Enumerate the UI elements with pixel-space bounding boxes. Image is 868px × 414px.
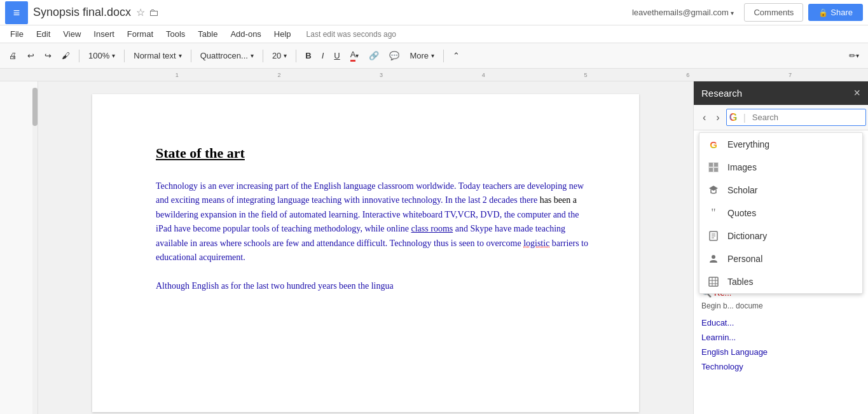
text-color-label: A — [350, 50, 356, 62]
dropdown-item-tables[interactable]: Tables — [699, 270, 862, 293]
google-g-icon: G — [707, 138, 720, 151]
text-color-arrow: ▾ — [355, 52, 359, 59]
size-dropdown[interactable]: 20 ▾ — [268, 48, 291, 63]
share-button[interactable]: 🔒 Share — [808, 4, 863, 21]
scholar-icon — [707, 184, 720, 197]
ruler: 1 2 3 4 5 6 7 — [0, 69, 868, 81]
research-dropdown: G Everything Images Scholar " Quotes — [699, 132, 863, 294]
menu-file[interactable]: File — [5, 28, 29, 40]
menu-edit[interactable]: Edit — [31, 28, 55, 40]
comments-button[interactable]: Comments — [744, 3, 803, 22]
style-dropdown[interactable]: Normal text ▾ — [130, 48, 185, 63]
doc-title[interactable]: Synopsis final.docx — [33, 6, 131, 19]
menu-insert[interactable]: Insert — [88, 28, 120, 40]
folder-icon[interactable]: 🗀 — [149, 7, 159, 18]
toolbar-sep-6 — [443, 50, 444, 62]
doc-area[interactable]: State of the art Technology is an ever i… — [38, 81, 693, 414]
print-button[interactable]: 🖨 — [5, 48, 21, 63]
doc-page: State of the art Technology is an ever i… — [92, 94, 639, 412]
doc-body: Technology is an ever increasing part of… — [156, 179, 588, 293]
research-content: 🔍 Re... Begin b... docume Educat... Lear… — [694, 283, 868, 382]
research-nav-forward[interactable]: › — [712, 111, 723, 125]
toolbar-sep-1 — [79, 50, 79, 62]
redo-icon: ↪ — [45, 51, 52, 60]
pencil-icon: ✏ — [849, 51, 856, 60]
research-link-educat[interactable]: Educat... — [701, 318, 860, 328]
dropdown-item-dictionary[interactable]: Dictionary — [699, 224, 862, 247]
redo-button[interactable]: ↪ — [41, 48, 55, 63]
dropdown-item-scholar[interactable]: Scholar — [699, 179, 862, 202]
research-panel: Research × ‹ › G | G Everything Image — [693, 81, 868, 414]
comment-icon: 💬 — [389, 51, 399, 60]
lock-icon: 🔒 — [818, 8, 828, 17]
doc-paragraph-1: Technology is an ever increasing part of… — [156, 179, 588, 265]
top-right-actions: leavethemails@gmail.com ▾ Comments 🔒 Sha… — [632, 3, 863, 22]
undo-icon: ↩ — [27, 51, 34, 60]
collapse-icon: ⌃ — [453, 51, 460, 60]
research-header: Research × — [694, 81, 868, 105]
doc-title-area: Synopsis final.docx ☆ 🗀 — [33, 6, 632, 19]
main-layout: State of the art Technology is an ever i… — [0, 81, 868, 414]
last-edit-status: Last edit was seconds ago — [307, 30, 396, 39]
link-icon: 🔗 — [369, 51, 379, 60]
menu-view[interactable]: View — [58, 28, 86, 40]
comment-button[interactable]: 💬 — [385, 48, 403, 63]
paint-format-icon: 🖌 — [62, 51, 70, 60]
research-begin-text: Begin b... docume — [701, 301, 860, 310]
quotes-icon: " — [707, 207, 720, 219]
toolbar-sep-3 — [191, 50, 191, 62]
research-search-input[interactable] — [748, 111, 863, 124]
more-dropdown[interactable]: More ▾ — [406, 48, 438, 63]
svg-rect-3 — [709, 168, 713, 172]
svg-rect-11 — [709, 277, 718, 286]
zoom-dropdown[interactable]: 100% ▾ — [85, 48, 119, 63]
bold-button[interactable]: B — [301, 48, 315, 63]
pencil-arrow: ▾ — [856, 52, 859, 59]
google-logo: G — [729, 112, 737, 123]
menu-format[interactable]: Format — [122, 28, 158, 40]
research-link-learnin[interactable]: Learnin... — [701, 333, 860, 342]
doc-paragraph-2: Although English as for the last two hun… — [156, 279, 588, 293]
sidebar-left — [0, 81, 38, 414]
research-close-button[interactable]: × — [853, 86, 860, 100]
star-icon[interactable]: ☆ — [136, 6, 145, 18]
dropdown-item-quotes[interactable]: " Quotes — [699, 202, 862, 224]
user-email: leavethemails@gmail.com ▾ — [632, 8, 734, 17]
collapse-toolbar-button[interactable]: ⌃ — [449, 48, 464, 63]
dropdown-item-everything[interactable]: G Everything — [699, 133, 862, 156]
dropdown-item-images[interactable]: Images — [699, 156, 862, 179]
toolbar: 🖨 ↩ ↪ 🖌 100% ▾ Normal text ▾ Quattrocen.… — [0, 43, 868, 69]
svg-marker-5 — [709, 186, 718, 191]
research-nav-back[interactable]: ‹ — [699, 111, 710, 125]
research-link-english[interactable]: English Language — [701, 347, 860, 357]
svg-point-10 — [712, 255, 715, 259]
svg-rect-1 — [709, 163, 713, 167]
font-dropdown[interactable]: Quattrocen... ▾ — [196, 48, 258, 63]
paint-format-button[interactable]: 🖌 — [58, 48, 74, 63]
svg-rect-2 — [714, 163, 718, 167]
text-color-button[interactable]: A ▾ — [347, 47, 363, 64]
dropdown-item-personal[interactable]: Personal — [699, 247, 862, 270]
research-link-technology[interactable]: Technology — [701, 362, 860, 371]
research-title: Research — [701, 88, 742, 99]
underline-button[interactable]: U — [330, 48, 343, 63]
menu-addons[interactable]: Add-ons — [225, 28, 266, 40]
toolbar-sep-5 — [296, 50, 296, 62]
menu-table[interactable]: Table — [193, 28, 223, 40]
app-menu-button[interactable]: ≡ — [5, 1, 28, 24]
doc-heading: State of the art — [156, 145, 588, 162]
pencil-dropdown[interactable]: ✏ ▾ — [845, 48, 863, 63]
toolbar-sep-4 — [263, 50, 263, 62]
menu-tools[interactable]: Tools — [161, 28, 190, 40]
menu-help[interactable]: Help — [269, 28, 296, 40]
svg-rect-4 — [714, 168, 718, 172]
tables-icon — [707, 275, 720, 288]
italic-button[interactable]: I — [318, 48, 328, 63]
menu-bar: File Edit View Insert Format Tools Table… — [0, 25, 868, 43]
undo-button[interactable]: ↩ — [24, 48, 38, 63]
hamburger-icon: ≡ — [13, 7, 20, 18]
print-icon: 🖨 — [9, 51, 17, 60]
personal-icon — [707, 252, 720, 265]
link-button[interactable]: 🔗 — [365, 48, 383, 63]
dictionary-icon — [707, 230, 720, 242]
